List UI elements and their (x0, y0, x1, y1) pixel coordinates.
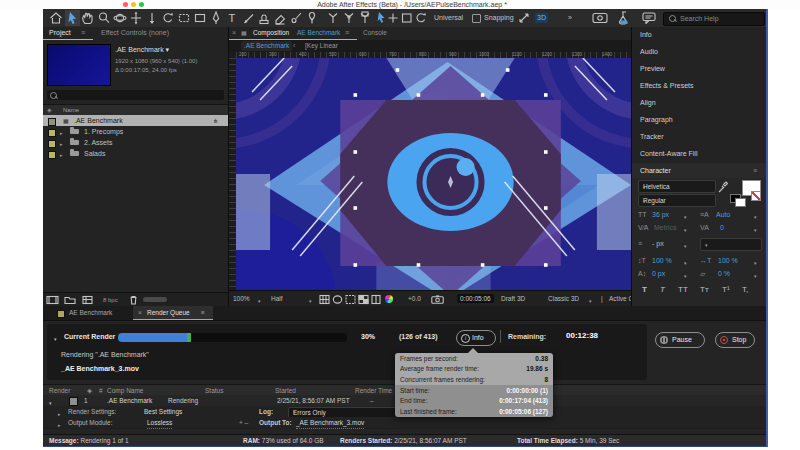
view-camera-dropdown[interactable]: Active Cam (609, 295, 632, 302)
output-module-value[interactable]: Lossless (147, 418, 172, 429)
ghost-3d-toggle[interactable]: 3D (535, 13, 548, 23)
channel-color-wheel-icon[interactable] (385, 295, 393, 303)
roto-brush-tool-icon[interactable] (292, 13, 301, 23)
close-window-button[interactable] (123, 2, 128, 7)
puppet-pin-tool-icon[interactable] (309, 13, 314, 24)
project-search-field[interactable] (47, 90, 224, 100)
dolly-camera-tool-icon[interactable] (150, 13, 154, 24)
col-status[interactable]: Status (205, 387, 223, 394)
rectangle-tool-icon[interactable] (196, 15, 205, 22)
project-item-assets[interactable]: ▸ 2. Assets (43, 137, 228, 148)
panel-preview[interactable]: Preview (632, 61, 766, 79)
magnification-dropdown[interactable]: 100% (233, 295, 250, 302)
label-color-swatch[interactable] (48, 140, 56, 148)
pan-camera-tool-icon[interactable] (131, 12, 141, 25)
world-axis-mode-icon[interactable] (345, 14, 353, 24)
search-help-box[interactable]: Search Help (663, 12, 765, 26)
chevron-down-icon[interactable]: ▾ (684, 271, 687, 281)
snapping-checkbox[interactable] (472, 14, 481, 23)
stop-button[interactable]: Stop (715, 332, 755, 348)
snapshot-camera-icon[interactable] (431, 295, 444, 304)
tab-project[interactable]: Project (49, 28, 71, 38)
panel-content-aware-fill[interactable]: Content-Aware Fill (632, 146, 766, 164)
trash-icon[interactable] (129, 295, 138, 305)
chevron-down-icon[interactable]: ▾ (684, 212, 687, 222)
panel-character-header[interactable]: Character ≡ (632, 163, 766, 179)
faux-italic-button[interactable]: T (660, 285, 665, 295)
snapping-label[interactable]: Snapping (484, 13, 514, 23)
transparency-grid-icon[interactable] (359, 296, 368, 304)
chevron-down-icon[interactable]: ▾ (754, 258, 757, 268)
tab-composition[interactable]: Composition (253, 28, 289, 38)
no-color-swatch[interactable] (751, 191, 761, 201)
collapse-caret-icon[interactable]: ▾ (54, 334, 57, 344)
grid-guides-icon[interactable] (320, 296, 329, 304)
rotate-tool-icon[interactable] (164, 13, 173, 22)
local-axis-mode-icon[interactable] (329, 14, 337, 24)
pan-behind-icon[interactable] (389, 14, 398, 23)
chevron-down-icon[interactable]: ▾ (754, 212, 757, 222)
col-comp-name[interactable]: Comp Name (107, 387, 143, 394)
tab-console[interactable]: Console (363, 28, 387, 38)
exposure-value[interactable]: +0.0 (408, 295, 421, 302)
close-tab-icon[interactable]: × (138, 308, 142, 318)
disclosure-icon[interactable]: ▸ (60, 150, 63, 160)
renderer-dropdown[interactable]: Classic 3D (548, 295, 579, 302)
font-style-dropdown[interactable]: Regular▾ (638, 194, 716, 207)
pause-button[interactable]: Pause (655, 332, 705, 348)
type-tool-icon[interactable]: T (229, 12, 236, 24)
viewer-timecode[interactable]: 0:00:05:06 (457, 294, 494, 303)
horizontal-scrollbar-thumb[interactable] (143, 297, 167, 302)
horizontal-scale-value[interactable]: 100 % (718, 256, 738, 266)
disclosure-icon[interactable]: ▸ (58, 420, 61, 430)
subscript-button[interactable]: T, (742, 285, 748, 295)
selection-tool-icon[interactable] (65, 10, 80, 26)
tab-effect-controls[interactable]: Effect Controls (none) (101, 28, 169, 38)
shape-box-icon[interactable] (403, 14, 412, 22)
col-started[interactable]: Started (275, 387, 296, 394)
resize-arrows-icon[interactable] (519, 13, 529, 23)
chevron-down-icon[interactable]: ▾ (754, 225, 757, 235)
eraser-tool-icon[interactable] (276, 16, 285, 25)
vertical-scale-value[interactable]: 100 % (652, 256, 672, 266)
hand-tool-icon[interactable] (83, 13, 92, 23)
more-tools-chevron[interactable]: » (568, 13, 572, 23)
panel-paragraph[interactable]: Paragraph (632, 112, 766, 130)
label-color-swatch[interactable] (48, 151, 56, 159)
stroke-width-value[interactable]: - px (652, 239, 664, 249)
chevron-down-icon[interactable]: ▾ (684, 241, 687, 251)
project-item-precomps[interactable]: ▸ 1. Precomps (43, 126, 228, 137)
project-panel-menu-icon[interactable]: ≡ (81, 28, 85, 38)
panel-effects-presets[interactable]: Effects & Presets (632, 78, 766, 96)
baseline-shift-value[interactable]: 0 px (652, 269, 665, 279)
faux-bold-button[interactable]: T (642, 285, 647, 295)
add-remove-output[interactable]: + – (239, 418, 248, 428)
home-tool-icon[interactable] (51, 13, 62, 23)
col-render-time[interactable]: Render Time (355, 387, 392, 394)
panel-audio[interactable]: Audio (632, 44, 766, 62)
panel-align[interactable]: Align (632, 95, 766, 113)
bit-depth-label[interactable]: 8 bpc (103, 295, 118, 305)
view-layout-icon[interactable] (372, 296, 380, 304)
chevron-down-icon[interactable]: ▾ (684, 258, 687, 268)
clone-stamp-tool-icon[interactable] (260, 15, 268, 23)
tab-composition-comp-name[interactable]: AE Benchmark (297, 28, 340, 38)
font-size-value[interactable]: 36 px (652, 210, 669, 220)
tab-render-queue[interactable]: × Render Queue ≡ (133, 306, 213, 320)
eyedropper-icon[interactable] (718, 181, 728, 193)
breadcrumb-back-icon[interactable]: ‹ (293, 41, 295, 51)
rotate-mode-icon[interactable] (417, 13, 426, 22)
character-panel-menu-icon[interactable]: ≡ (753, 166, 757, 176)
orbit-camera-tool-icon[interactable] (114, 14, 126, 21)
breadcrumb-comp[interactable]: .AE Benchmark (241, 41, 292, 51)
small-caps-button[interactable]: Tᴛ (700, 285, 709, 295)
render-settings-value[interactable]: Best Settings (144, 407, 182, 418)
tsume-value[interactable]: 0 % (718, 269, 730, 279)
kerning-value[interactable]: Metrics (654, 223, 677, 233)
col-render[interactable]: Render (49, 387, 70, 394)
fast-preview-label[interactable]: Draft 3D (501, 295, 525, 302)
new-composition-icon[interactable] (83, 297, 92, 304)
view-axis-mode-icon[interactable] (361, 12, 369, 23)
new-folder-icon[interactable] (65, 298, 75, 304)
brush-tool-icon[interactable] (245, 15, 254, 24)
